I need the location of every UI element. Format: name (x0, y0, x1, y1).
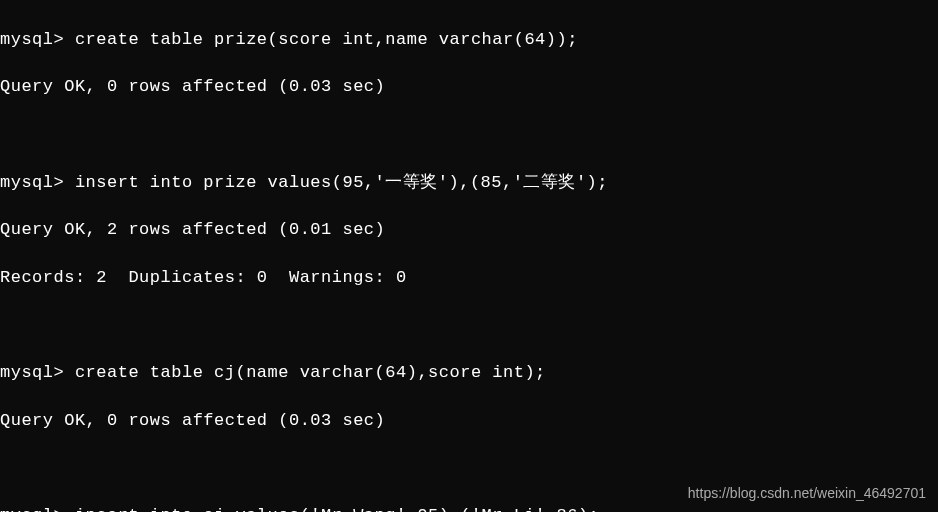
blank-line (0, 313, 938, 337)
cmd-line-4: mysql> insert into cj values('Mr.Wang',9… (0, 504, 938, 512)
response-line: Records: 2 Duplicates: 0 Warnings: 0 (0, 266, 938, 290)
cmd-line-1: mysql> create table prize(score int,name… (0, 28, 938, 52)
sql-command: create table cj(name varchar(64),score i… (75, 363, 546, 382)
terminal-output: mysql> create table prize(score int,name… (0, 4, 938, 512)
cmd-line-2: mysql> insert into prize values(95,'一等奖'… (0, 171, 938, 195)
sql-command: insert into cj values('Mr.Wang',95),('Mr… (75, 506, 599, 512)
prompt: mysql> (0, 506, 75, 512)
sql-command: create table prize(score int,name varcha… (75, 30, 578, 49)
blank-line (0, 456, 938, 480)
response-line: Query OK, 0 rows affected (0.03 sec) (0, 75, 938, 99)
prompt: mysql> (0, 363, 75, 382)
cmd-line-3: mysql> create table cj(name varchar(64),… (0, 361, 938, 385)
response-line: Query OK, 0 rows affected (0.03 sec) (0, 409, 938, 433)
blank-line (0, 123, 938, 147)
sql-command: insert into prize values(95,'一等奖'),(85,'… (75, 173, 608, 192)
prompt: mysql> (0, 173, 75, 192)
prompt: mysql> (0, 30, 75, 49)
watermark-text: https://blog.csdn.net/weixin_46492701 (688, 484, 926, 504)
response-line: Query OK, 2 rows affected (0.01 sec) (0, 218, 938, 242)
